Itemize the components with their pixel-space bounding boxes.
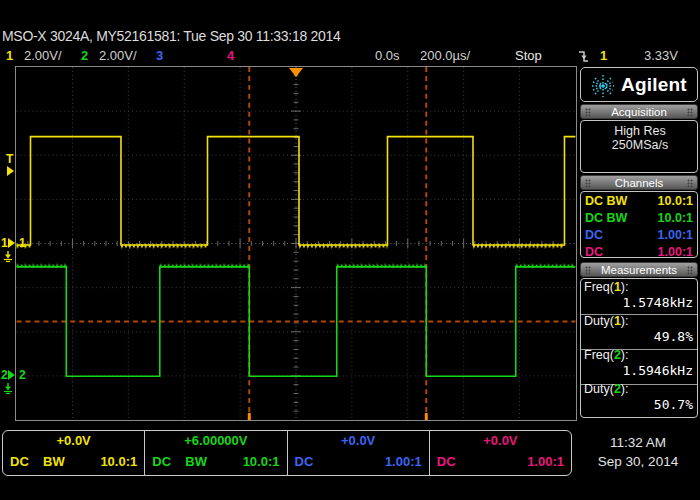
acquisition-header-label: Acquisition	[611, 106, 667, 118]
ch1-earth-icon	[2, 249, 14, 267]
channel-offset-value: +0.0V	[288, 433, 429, 448]
measurement-label: Freq(2):	[584, 348, 628, 362]
status-ch2-number[interactable]: 2	[81, 48, 88, 63]
channel-offset-value: +0.0V	[3, 433, 144, 448]
bottom-cell-ch3[interactable]: +0.0VDC1.00:1	[288, 431, 430, 475]
oscilloscope-screen: MSO-X 3024A, MY52161581: Tue Sep 30 11:3…	[0, 0, 700, 500]
waveform-svg	[16, 67, 576, 420]
ch1-ground-marker-icon[interactable]	[8, 238, 15, 248]
brand-box: Agilent	[580, 67, 698, 102]
sample-rate: 250MSa/s	[581, 138, 699, 152]
channel-probe-ratio: 1.00:1	[385, 454, 422, 469]
trigger-level-label: T	[6, 152, 13, 166]
measurement-label: Duty(1):	[584, 314, 628, 328]
clock-date: Sep 30, 2014	[582, 452, 694, 471]
bandwidth-limit-flag: BW	[185, 454, 207, 469]
delay-readout[interactable]: 0.0s	[375, 48, 400, 63]
bottom-cell-ch4[interactable]: +0.0VDC1.00:1	[430, 431, 571, 475]
clock-time: 11:32 AM	[582, 433, 694, 452]
edge-trigger-icon	[578, 49, 589, 66]
grip-icon	[585, 266, 591, 275]
measurement-label: Freq(1):	[584, 280, 628, 294]
status-ch1-scale[interactable]: 2.00V/	[24, 48, 62, 63]
ch2-ground-marker-icon[interactable]	[8, 370, 15, 380]
channels-section-header[interactable]: Channels	[580, 175, 698, 190]
channel-probe-ratio: 1.00:1	[658, 228, 693, 242]
timebase-readout[interactable]: 200.0µs/	[420, 48, 470, 63]
acquisition-mode: High Res	[581, 124, 699, 138]
grip-icon	[687, 266, 693, 275]
measurement-item: Duty(2):50.7%	[581, 381, 697, 415]
channel-coupling: DC	[295, 454, 314, 469]
channel-probe-ratio: 1.00:1	[658, 245, 693, 259]
measurements-section-header[interactable]: Measurements	[580, 262, 698, 277]
bottom-cell-ch2[interactable]: +6.00000VDC10.0:1BW	[145, 431, 287, 475]
grip-icon	[585, 108, 591, 117]
trigger-source[interactable]: 1	[600, 48, 607, 63]
status-ch1-number[interactable]: 1	[6, 48, 13, 63]
clock: 11:32 AM Sep 30, 2014	[582, 433, 694, 471]
channel-row-2[interactable]: DC BW10.0:1	[581, 210, 697, 227]
channel-row-3[interactable]: DC1.00:1	[581, 227, 697, 244]
grip-icon	[687, 179, 693, 188]
grip-icon	[687, 108, 693, 117]
channel-coupling: DC BW	[585, 194, 627, 208]
status-ch2-scale[interactable]: 2.00V/	[99, 48, 137, 63]
trigger-level-marker-icon[interactable]	[7, 166, 14, 176]
channel-row-4[interactable]: DC1.00:1	[581, 244, 697, 261]
brand-name: Agilent	[621, 74, 687, 96]
measurement-value: 49.8%	[654, 329, 693, 344]
status-ch3-number[interactable]: 3	[156, 48, 163, 63]
status-ch4-number[interactable]: 4	[227, 48, 234, 63]
ch2-earth-icon	[2, 381, 14, 399]
channels-panel: DC BW10.0:1DC BW10.0:1DC1.00:1DC1.00:1	[580, 191, 698, 258]
grip-icon	[585, 179, 591, 188]
channel-probe-ratio: 10.0:1	[100, 454, 137, 469]
channel-coupling: DC BW	[585, 211, 627, 225]
acquisition-section-header[interactable]: Acquisition	[580, 104, 698, 119]
instrument-title: MSO-X 3024A, MY52161581: Tue Sep 30 11:3…	[2, 28, 340, 44]
channel-coupling: DC	[585, 245, 603, 259]
channel-probe-ratio: 1.00:1	[527, 454, 564, 469]
trigger-level[interactable]: 3.33V	[644, 48, 678, 63]
channel-probe-ratio: 10.0:1	[658, 211, 693, 225]
channel-offset-value: +0.0V	[430, 433, 571, 448]
ch2-trace-number: 2	[19, 368, 26, 382]
run-state[interactable]: Stop	[515, 48, 542, 63]
channels-header-label: Channels	[615, 177, 664, 189]
channel-coupling: DC	[585, 228, 603, 242]
agilent-logo-icon	[590, 73, 616, 103]
measurement-item: Freq(1):1.5748kHz	[581, 279, 697, 313]
measurement-item: Duty(1):49.8%	[581, 313, 697, 347]
ch1-ground-label: 1	[1, 236, 8, 250]
waveform-display[interactable]	[15, 66, 577, 421]
measurement-value: 1.5946kHz	[623, 363, 693, 378]
measurements-header-label: Measurements	[601, 264, 677, 276]
measurement-label: Duty(2):	[584, 382, 628, 396]
channel-probe-ratio: 10.0:1	[658, 194, 693, 208]
ch1-trace-number: 1	[19, 236, 26, 250]
status-bar: 12.00V/22.00V/34 0.0s 200.0µs/ Stop 1 3.…	[0, 47, 700, 66]
channel-probe-ratio: 10.0:1	[243, 454, 280, 469]
channel-coupling: DC	[152, 454, 171, 469]
bottom-cell-ch1[interactable]: +0.0VDC10.0:1BW	[3, 431, 145, 475]
measurements-panel: Freq(1):1.5748kHzDuty(1):49.8%Freq(2):1.…	[580, 278, 698, 418]
bandwidth-limit-flag: BW	[43, 454, 65, 469]
ch2-ground-label: 2	[1, 368, 8, 382]
measurement-value: 50.7%	[654, 397, 693, 412]
measurement-item: Freq(2):1.5946kHz	[581, 347, 697, 381]
measurement-value: 1.5748kHz	[623, 295, 693, 310]
channel-coupling: DC	[10, 454, 29, 469]
channel-coupling: DC	[437, 454, 456, 469]
channel-row-1[interactable]: DC BW10.0:1	[581, 193, 697, 210]
channel-settings-bar: +0.0VDC10.0:1BW+6.00000VDC10.0:1BW+0.0VD…	[2, 430, 572, 476]
acquisition-panel: High Res 250MSa/s	[580, 120, 698, 173]
channel-offset-value: +6.00000V	[145, 433, 286, 448]
